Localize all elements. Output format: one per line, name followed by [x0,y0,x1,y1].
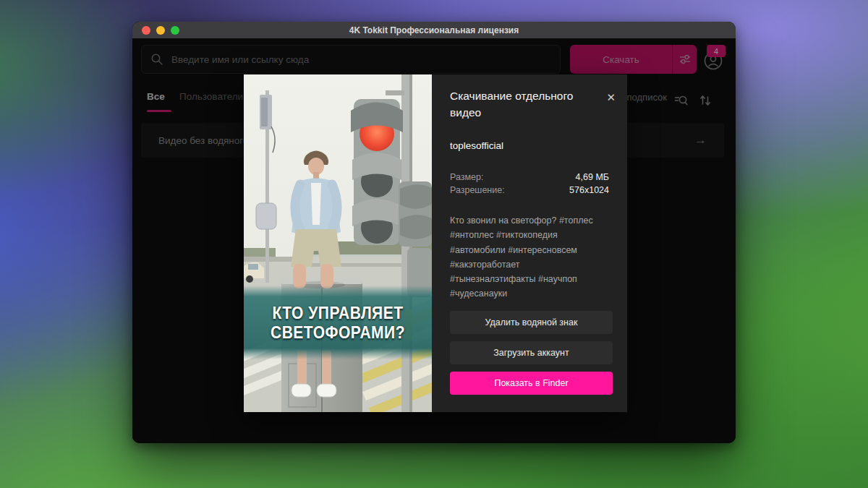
video-caption-band: КТО УПРАВЛЯЕТ СВЕТОФОРАМИ? [244,286,432,359]
download-video-modal: КТО УПРАВЛЯЕТ СВЕТОФОРАМИ? Скачивание от… [244,74,624,412]
video-preview[interactable]: КТО УПРАВЛЯЕТ СВЕТОФОРАМИ? [244,74,432,412]
resolution-value: 576x1024 [569,184,609,197]
description-line: #тынезналэтифакты #научпоп [450,272,613,286]
show-in-finder-button[interactable]: Показать в Finder [450,372,613,395]
modal-buttons: Удалить водяной знак Загрузить аккаунт П… [450,311,613,395]
size-label: Размер: [450,171,483,184]
window-title: 4K Tokkit Профессиональная лицензия [349,25,519,35]
video-description: Кто звонил на светофор? #топлес #янтопле… [450,213,613,301]
resolution-label: Разрешение: [450,184,505,197]
window-controls [142,22,179,38]
modal-details-panel: Скачивание отдельного видео ✕ toplesoffi… [432,74,627,412]
description-line: #чудесанауки [450,286,613,301]
app-content: Скачать 4 Все Пользователи Список подп [132,38,736,443]
resolution-row: Разрешение: 576x1024 [450,184,609,197]
modal-title: Скачивание отдельного видео [450,87,592,121]
size-row: Размер: 4,69 МБ [450,171,609,184]
minimize-window-button[interactable] [156,26,165,35]
size-value: 4,69 МБ [576,171,609,184]
close-icon[interactable]: ✕ [606,92,616,103]
description-line: #какэтоработает [450,257,613,272]
titlebar: 4K Tokkit Профессиональная лицензия [132,22,736,39]
description-line: #автомобили #интересновсем [450,243,613,257]
video-username: toplesofficial [450,140,613,151]
download-account-button[interactable]: Загрузить аккаунт [450,341,613,364]
description-line: Кто звонил на светофор? #топлес [450,213,613,228]
zoom-window-button[interactable] [171,26,179,35]
video-caption-line2: СВЕТОФОРАМИ? [271,322,405,343]
app-window: 4K Tokkit Профессиональная лицензия Скач… [132,22,736,443]
description-line: #янтоплес #тиктокопедия [450,228,613,242]
video-meta: Размер: 4,69 МБ Разрешение: 576x1024 [450,171,609,198]
video-caption-line1: КТО УПРАВЛЯЕТ [272,303,403,323]
close-window-button[interactable] [142,26,150,35]
remove-watermark-button[interactable]: Удалить водяной знак [450,311,613,334]
video-frame-graphic [244,74,432,412]
